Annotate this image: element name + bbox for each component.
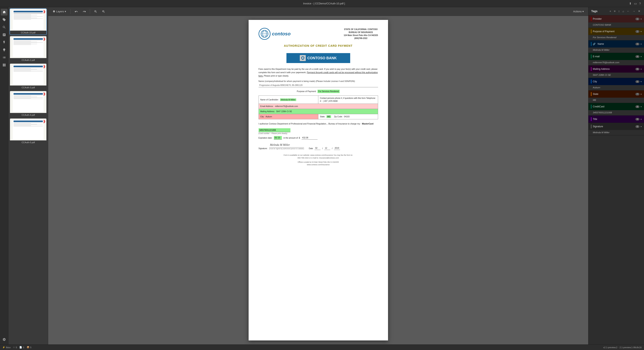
thumbnail-2[interactable]: ✕ CCAuth-3.pdf bbox=[10, 64, 46, 89]
zip-value: 04103 bbox=[344, 116, 350, 118]
tablet-icon[interactable]: ▭ bbox=[634, 2, 637, 5]
state-label: State: bbox=[320, 116, 325, 118]
tag-name-sig: Signature bbox=[593, 125, 634, 128]
tag-item-sig: Signature 0 ▾ Melinda M Miller bbox=[588, 123, 644, 135]
tags-close-icon[interactable]: ✕ bbox=[637, 9, 641, 13]
header-agency: STATE OF CALIFORNIA: CONTOSO bbox=[344, 28, 378, 31]
thumbnail-4[interactable]: ✕ CCAuth-5.pdf bbox=[10, 119, 46, 144]
tag-header-provider[interactable]: Provider 1 ▾ bbox=[588, 15, 644, 22]
doc-title: AUTHORIZATION OF CREDIT CARD PAYMENT bbox=[258, 44, 378, 48]
tag-name-address: Mailing Address bbox=[593, 68, 634, 70]
items-icon: 📦 bbox=[27, 346, 30, 349]
expiry-label: Expiration date: bbox=[258, 136, 272, 139]
status-stars[interactable]: ☆ 5 bbox=[13, 346, 17, 349]
tag-value-email: millermm76@outlook.com bbox=[588, 60, 644, 65]
bank-banner-wrapper: CONTOSO BANK bbox=[258, 51, 378, 65]
tag-color-purpose bbox=[591, 29, 592, 33]
tag-item-purpose: Purpose of Payment 2 ▾ For Services Rend… bbox=[588, 28, 644, 40]
thumbnails-panel: ✕ CCAuth-10.pdf ✕ bbox=[8, 7, 48, 345]
tag-value-credit: 345576551221008 bbox=[588, 110, 644, 115]
cardholder-label: Name of Cardholder: bbox=[260, 99, 279, 101]
app-name: fblux bbox=[6, 346, 10, 349]
tag-color-email bbox=[591, 54, 592, 58]
icon-sidebar bbox=[0, 7, 8, 345]
sidebar-item-grid[interactable] bbox=[1, 62, 8, 68]
tags-add-icon[interactable]: + bbox=[609, 9, 612, 13]
mailing-label: Mailing Address: bbox=[260, 110, 275, 113]
tag-item-credit: CreditCard 8 ▾ 345576551221008 bbox=[588, 103, 644, 116]
footer-4: www.contoso.com/insurance bbox=[258, 164, 378, 166]
sidebar-item-lightning[interactable] bbox=[1, 39, 8, 46]
date-month: 02 bbox=[314, 146, 320, 150]
bank-name: CONTOSO BANK bbox=[307, 55, 337, 61]
tags-sort-icon[interactable]: ↕ bbox=[618, 9, 620, 13]
tags-filter-icon[interactable]: ≡ bbox=[613, 9, 616, 13]
layers-button[interactable]: Layers ▾ bbox=[50, 9, 68, 14]
undo-button[interactable] bbox=[73, 8, 80, 15]
status-version: v2.1-preview.2 · 2.1-preview.1-06c9c16 bbox=[603, 346, 642, 349]
tag-color-state bbox=[591, 92, 592, 96]
name-section: Name (company/individual for whom paymen… bbox=[258, 80, 378, 87]
tag-item-email: E-mail 4 ▾ millermm76@outlook.com bbox=[588, 53, 644, 65]
zoom-out-button[interactable] bbox=[92, 8, 99, 15]
form-table: Name of Cardholder: Melinda M Miller Con… bbox=[258, 95, 378, 119]
actions-button[interactable]: Actions ▾ bbox=[571, 9, 586, 14]
tag-item-state: State 7 ▾ ME bbox=[588, 90, 644, 103]
tag-header-credit[interactable]: CreditCard 8 ▾ bbox=[588, 103, 644, 110]
tag-value-provider: CONTOSO BANK bbox=[588, 22, 644, 28]
share-icon[interactable]: ⬆ bbox=[629, 2, 632, 5]
purpose-label: Purpose of Payment: bbox=[297, 90, 316, 93]
sidebar-item-extract[interactable] bbox=[1, 31, 8, 38]
header-address: 124 Main Street Palo Alto CA 942325 bbox=[344, 34, 378, 37]
tag-header-city[interactable]: City 6 ▾ bbox=[588, 78, 644, 85]
tag-value-purpose: For Services Rendered bbox=[588, 35, 644, 40]
zip-label: Zip Code: bbox=[334, 116, 342, 118]
thumbnail-1[interactable]: ✕ CCAuth-2.pdf bbox=[10, 36, 46, 62]
tag-header-name[interactable]: 🔗 Name 3 ▾ bbox=[588, 40, 644, 47]
card-number-note: (Card number – Please print clearly) bbox=[258, 132, 378, 135]
page-icon: 📄 bbox=[19, 346, 22, 349]
status-items[interactable]: 📦 5 bbox=[27, 346, 32, 349]
city-value: Auburn bbox=[266, 116, 272, 118]
tag-header-title[interactable]: Title 9 ▾ bbox=[588, 116, 644, 123]
tag-header-email[interactable]: E-mail 4 ▾ bbox=[588, 53, 644, 60]
version-sep: · bbox=[618, 346, 619, 349]
state-value: ME bbox=[326, 115, 331, 118]
zoom-in-button[interactable] bbox=[100, 8, 107, 15]
status-pages[interactable]: 📄 5 bbox=[19, 346, 24, 349]
thumbnail-img-3: ✕ bbox=[10, 91, 46, 113]
sidebar-item-home[interactable] bbox=[1, 9, 8, 15]
tag-header-purpose[interactable]: Purpose of Payment 2 ▾ bbox=[588, 28, 644, 35]
sidebar-item-search[interactable] bbox=[1, 24, 8, 31]
tag-name-name: Name bbox=[598, 42, 634, 45]
thumbnail-3[interactable]: ✕ CCAuth-4.pdf bbox=[10, 91, 46, 117]
tag-chevron-name: ▾ bbox=[640, 43, 642, 45]
tags-arrow-right-icon[interactable]: → bbox=[632, 9, 636, 13]
header-bureau: BUREAU OF INSURANCE bbox=[344, 31, 378, 34]
tag-name-provider: Provider bbox=[593, 17, 634, 20]
tags-search-icon[interactable]: ⌕ bbox=[622, 9, 625, 13]
sidebar-item-list[interactable] bbox=[1, 54, 8, 61]
sig-note: (must be signed by authorized person to … bbox=[269, 148, 304, 150]
tag-color-sig bbox=[591, 125, 592, 129]
bank-icon bbox=[300, 55, 306, 61]
tag-header-sig[interactable]: Signature 0 ▾ bbox=[588, 123, 644, 130]
sidebar-item-settings[interactable] bbox=[1, 336, 8, 343]
help-icon[interactable]: ? bbox=[639, 2, 641, 5]
tags-panel: Tags + ≡ ↕ ⌕ ← → ✕ Provider 1 ▾ CONTOSO bbox=[588, 7, 644, 345]
sidebar-item-bulb[interactable] bbox=[1, 46, 8, 53]
tags-arrow-left-icon[interactable]: ← bbox=[626, 9, 630, 13]
toolbar-sep-2 bbox=[90, 9, 90, 14]
tag-header-address[interactable]: Mailing Address 5 ▾ bbox=[588, 65, 644, 73]
cardholder-value: Melinda M Miller bbox=[280, 98, 296, 101]
header-phone: (650)768-2322 bbox=[344, 37, 378, 40]
doc-viewer[interactable]: contoso STATE OF CALIFORNIA: CONTOSO BUR… bbox=[48, 16, 588, 345]
tag-header-state[interactable]: State 7 ▾ bbox=[588, 90, 644, 98]
main-layout: ✕ CCAuth-10.pdf ✕ bbox=[0, 7, 644, 345]
title-bar-title: Invoice - [ CCDemo/CCAuth-10.pdf ] bbox=[303, 2, 345, 5]
sidebar-item-tag[interactable] bbox=[1, 16, 8, 23]
redo-button[interactable] bbox=[81, 8, 88, 15]
thumbnail-0[interactable]: ✕ CCAuth-10.pdf bbox=[10, 9, 46, 35]
tag-item-name: 🔗 Name 3 ▾ Melinda M Miller bbox=[588, 40, 644, 53]
tag-name-title: Title bbox=[593, 118, 634, 121]
